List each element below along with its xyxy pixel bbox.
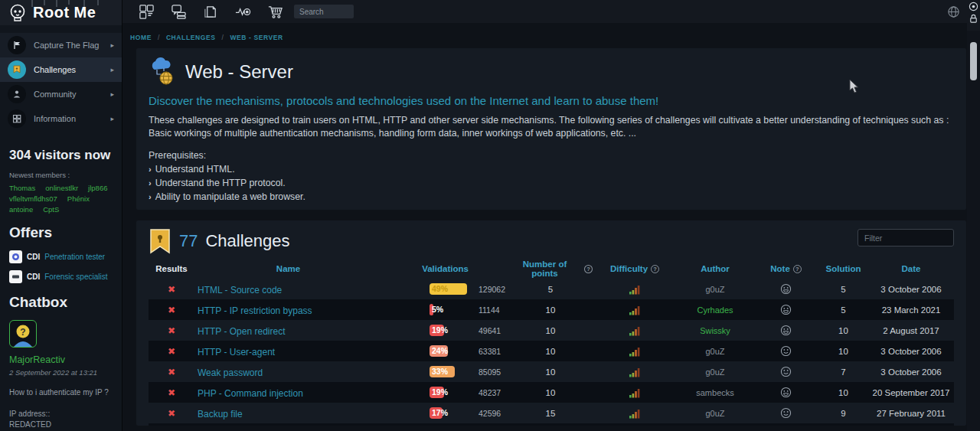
member-link[interactable]: CptS <box>43 205 59 214</box>
table-row[interactable]: ✖ HTTP - IP restriction bypass 5% 11144 … <box>149 299 954 320</box>
challenge-link[interactable]: HTTP - Open redirect <box>198 326 285 337</box>
publish-date: 2 August 2017 <box>868 326 954 335</box>
table-row[interactable]: ✖ Backup file 17% 42596 15 g0uZ 9 27 Feb… <box>149 403 954 423</box>
author-link[interactable]: g0uZ <box>677 347 753 356</box>
chevron-right-icon: ▸ <box>110 90 114 98</box>
scrollbar-track[interactable] <box>967 0 980 431</box>
solution-count[interactable]: 10 <box>818 347 868 356</box>
table-row[interactable]: ✖ HTTP - Open redirect 19% 49641 10 Swis… <box>149 320 954 341</box>
column-difficulty[interactable]: Difficulty ? <box>593 264 677 273</box>
validation-percentage-badge: 19% <box>430 325 468 336</box>
member-link[interactable]: antoine <box>9 205 33 214</box>
difficulty-cell <box>593 305 677 315</box>
logo[interactable]: Root Me <box>0 0 122 25</box>
sidebar-item-label: Information <box>34 114 103 123</box>
column-author[interactable]: Author <box>677 264 753 273</box>
sidebar-item-challenges[interactable]: Challenges ▸ <box>0 57 122 82</box>
column-note[interactable]: Note ? <box>753 264 818 273</box>
search-input[interactable] <box>294 5 354 18</box>
challenge-link[interactable]: Weak password <box>198 367 263 378</box>
validation-percentage-label: 19% <box>432 387 448 397</box>
member-link[interactable]: Phénix <box>67 194 90 203</box>
challenge-link[interactable]: HTML - Source code <box>198 285 282 295</box>
author-link[interactable]: g0uZ <box>677 285 753 294</box>
offer-link[interactable]: Penetration tester <box>44 253 105 261</box>
help-icon[interactable]: ? <box>584 265 593 273</box>
sidebar-menu: Capture The Flag ▸ Challenges ▸ Communit… <box>0 25 122 131</box>
breadcrumb-challenges[interactable]: CHALLENGES <box>166 34 216 41</box>
solution-count[interactable]: 5 <box>818 305 868 315</box>
note-cell <box>753 345 818 357</box>
author-link[interactable]: Cyrhades <box>677 305 753 315</box>
breadcrumb-home[interactable]: HOME <box>130 34 152 41</box>
author-link[interactable]: g0uZ <box>677 367 753 377</box>
bullet-icon: › <box>149 164 152 175</box>
pulse-target-icon[interactable] <box>227 4 259 20</box>
member-link[interactable]: Thomas <box>9 184 35 192</box>
prerequisite-item: › Understand HTML. <box>149 164 954 175</box>
author-link[interactable]: sambecks <box>677 388 753 397</box>
difficulty-bars-icon <box>629 284 641 295</box>
challenge-link[interactable]: HTTP - User-agent <box>198 347 275 358</box>
breadcrumb-current[interactable]: WEB - SERVER <box>230 34 283 41</box>
column-date[interactable]: Date <box>868 264 954 273</box>
challenge-link[interactable]: PHP - Command injection <box>198 388 303 399</box>
points-value: 10 <box>508 347 593 356</box>
chat-message-line: IP address:: <box>9 409 113 420</box>
sidebar-item-label: Challenges <box>34 65 103 74</box>
validation-percentage-label: 49% <box>432 284 448 293</box>
help-icon[interactable]: ? <box>793 265 802 273</box>
solution-count[interactable]: 5 <box>818 285 868 294</box>
column-results[interactable]: Results <box>149 264 194 273</box>
column-solution[interactable]: Solution <box>818 264 868 273</box>
validations-cell: 19% 48237 <box>382 387 508 398</box>
help-icon[interactable]: ? <box>651 265 659 273</box>
member-link[interactable]: jlp866 <box>88 184 107 192</box>
validation-percentage-badge: 49% <box>430 283 468 295</box>
validation-percentage-badge: 17% <box>430 407 468 419</box>
filter-input[interactable] <box>858 229 954 247</box>
column-points[interactable]: Number of points ? <box>508 260 593 278</box>
blocks-icon[interactable] <box>130 4 162 20</box>
validation-percentage-badge: 19% <box>430 387 468 398</box>
challenge-link[interactable]: HTTP - IP restriction bypass <box>198 305 312 316</box>
solution-count[interactable]: 7 <box>818 367 868 377</box>
offer-link[interactable]: Forensic specialist <box>44 273 107 281</box>
publish-date: 3 October 2006 <box>868 367 954 377</box>
member-link[interactable]: vfleltvmfldhs07 <box>9 194 57 203</box>
difficulty-cell <box>593 284 677 295</box>
solution-count[interactable]: 9 <box>818 409 868 418</box>
table-row[interactable]: ✖ HTTP - User-agent 24% 63381 10 g0uZ 10… <box>149 341 954 361</box>
sidebar-item-community[interactable]: Community ▸ <box>0 82 122 106</box>
solution-count[interactable]: 10 <box>818 388 868 397</box>
column-validations[interactable]: Validations <box>382 264 508 273</box>
table-row[interactable]: ✖ HTML - Source code 49% 129062 5 g0uZ 5… <box>149 279 954 299</box>
column-name[interactable]: Name <box>194 264 382 273</box>
documents-icon[interactable] <box>194 4 227 20</box>
reader-target-icon[interactable] <box>969 2 978 11</box>
lock-icon[interactable] <box>969 14 978 24</box>
sidebar-item-information[interactable]: Information ▸ <box>0 106 122 131</box>
chat-server-icon[interactable] <box>162 4 194 20</box>
sidebar-item-capture-the-flag[interactable]: Capture The Flag ▸ <box>0 33 122 57</box>
author-link[interactable]: g0uZ <box>677 409 753 418</box>
category-description: These challenges are designed to train u… <box>149 114 954 139</box>
validation-percentage-label: 5% <box>432 305 443 314</box>
scrollbar-thumb[interactable] <box>970 42 977 80</box>
solution-count[interactable]: 10 <box>818 326 868 335</box>
offer-item: CDI Forensic specialist <box>9 270 113 283</box>
note-cell <box>753 387 818 398</box>
member-link[interactable]: onlinestlkr <box>45 184 78 192</box>
avatar[interactable]: ? <box>9 320 37 348</box>
chevron-right-icon: ▸ <box>110 66 114 73</box>
chat-username-link[interactable]: MajorReactiv <box>9 354 65 365</box>
person-icon <box>8 85 26 103</box>
globe-icon[interactable] <box>947 5 960 18</box>
table-row[interactable]: ✖ PHP - Command injection 19% 48237 10 s… <box>149 382 954 403</box>
author-link[interactable]: Swissky <box>677 326 753 335</box>
difficulty-cell <box>593 408 677 419</box>
publish-date: 3 October 2006 <box>868 285 954 294</box>
table-row[interactable]: ✖ Weak password 33% 85095 10 g0uZ 7 3 Oc… <box>149 361 954 382</box>
cart-icon[interactable] <box>259 4 291 20</box>
challenge-link[interactable]: Backup file <box>198 409 243 420</box>
